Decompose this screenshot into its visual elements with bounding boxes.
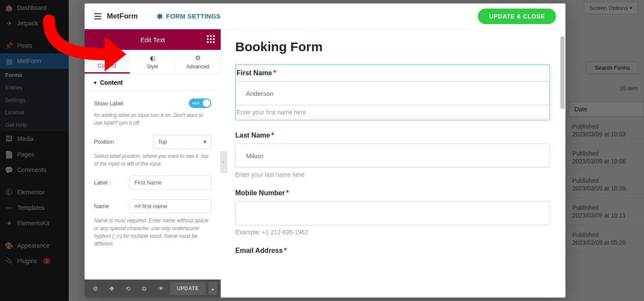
name-input[interactable] [130, 199, 211, 213]
position-select[interactable]: Top▾ [153, 135, 211, 149]
tab-content[interactable]: ✎Content [85, 50, 130, 74]
position-label: Position [94, 138, 153, 145]
form-settings-label: FORM SETTINGS [166, 12, 221, 20]
update-close-button[interactable]: UPDATE & CLOSE [478, 9, 556, 24]
gear-icon: ⚙ [195, 54, 200, 62]
field-description: Example: +1 212-695-1962 [235, 229, 550, 236]
scrollbar[interactable] [560, 36, 565, 109]
show-label-label: Show Label [94, 100, 189, 107]
field-description: Enter your last name here [235, 171, 550, 178]
navigator-button[interactable]: ❖ [104, 282, 119, 295]
preview-button[interactable]: 👁 [154, 282, 168, 295]
form-editor-modal: MetForm FORM SETTINGS UPDATE & CLOSE Edi… [85, 3, 565, 298]
svg-point-1 [97, 15, 98, 17]
responsive-button[interactable]: ⧉ [137, 282, 152, 295]
first-name-input[interactable] [236, 81, 550, 105]
brand-label: MetForm [107, 12, 138, 21]
history-icon: ⟲ [125, 285, 131, 292]
update-button[interactable]: UPDATE [170, 282, 206, 295]
accordion-content[interactable]: Content [85, 74, 221, 92]
devices-icon: ⧉ [142, 285, 146, 292]
chevron-up-icon: ▴ [212, 286, 214, 291]
show-label-hint: for adding label on input turn it on. Do… [94, 111, 211, 127]
svg-point-2 [95, 18, 97, 19]
required-mark: * [286, 189, 289, 197]
brand: MetForm [94, 12, 138, 21]
mobile-input[interactable] [235, 201, 550, 225]
pencil-icon: ✎ [104, 53, 110, 61]
form-field-last-name[interactable]: Last Name* Enter your last name here [235, 132, 550, 178]
svg-point-0 [95, 13, 97, 14]
required-mark: * [271, 132, 274, 139]
form-field-first-name[interactable]: First Name* Enter your first name here [235, 64, 550, 120]
panel-settings-button[interactable]: ⚙ [88, 282, 103, 295]
label-field-label: Label : [94, 179, 130, 186]
apps-icon[interactable] [207, 35, 215, 43]
chevron-left-icon: ‹ [223, 160, 225, 165]
gear-icon [155, 12, 163, 20]
required-mark: * [273, 69, 276, 77]
form-title: Booking Form [235, 40, 550, 54]
brand-icon [94, 12, 102, 20]
form-preview: Booking Form First Name* Enter your firs… [221, 29, 565, 298]
update-dropdown[interactable]: ▴ [208, 282, 217, 295]
form-field-email[interactable]: Email Address* [235, 247, 550, 255]
eye-icon: 👁 [158, 285, 164, 292]
panel-title: Edit Text [85, 29, 221, 50]
required-mark: * [284, 247, 287, 254]
editor-panel: Edit Text ✎Content ◐Style ⚙Advanced Cont… [85, 29, 221, 298]
history-button[interactable]: ⟲ [121, 282, 135, 295]
label-input[interactable] [130, 175, 211, 190]
name-field-label: Name [94, 203, 130, 209]
form-field-mobile[interactable]: Mobile Number* Example: +1 212-695-1962 [235, 189, 550, 236]
form-settings-link[interactable]: FORM SETTINGS [155, 12, 221, 20]
field-description: Enter your first name here [236, 109, 550, 116]
contrast-icon: ◐ [150, 54, 155, 62]
show-label-toggle[interactable]: YES [189, 98, 211, 108]
collapse-panel-button[interactable]: ‹ [220, 151, 227, 173]
layers-icon: ❖ [109, 285, 115, 292]
position-hint: Select label position. where you want to… [94, 152, 211, 168]
gear-icon: ⚙ [93, 285, 98, 292]
chevron-down-icon: ▾ [204, 138, 207, 145]
last-name-input[interactable] [235, 144, 550, 168]
tab-advanced[interactable]: ⚙Advanced [175, 50, 221, 74]
tab-style[interactable]: ◐Style [130, 50, 176, 74]
name-hint: Name is must required. Enter name withou… [94, 217, 211, 248]
